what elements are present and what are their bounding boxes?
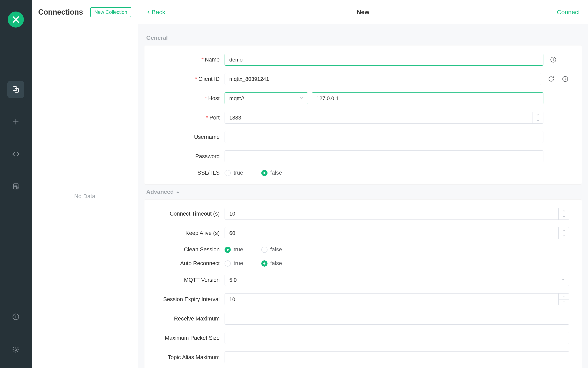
nav-script-icon[interactable] <box>7 146 24 163</box>
row-password: Password <box>157 150 569 162</box>
row-ssl: SSL/TLS true false <box>157 170 569 176</box>
row-username: Username <box>157 131 569 143</box>
row-session-expiry: Session Expiry Interval <box>157 293 569 305</box>
nav-settings-icon[interactable] <box>7 341 24 358</box>
receive-max-input[interactable] <box>225 313 569 325</box>
row-keep-alive: Keep Alive (s) <box>157 227 569 239</box>
label-clean-session: Clean Session <box>184 247 220 253</box>
advanced-card: Connect Timeout (s) Keep Alive (s) <box>144 199 582 368</box>
name-input[interactable] <box>225 54 544 66</box>
clean-session-radio-true[interactable]: true <box>225 247 243 253</box>
section-general-title: General <box>146 35 582 41</box>
info-icon[interactable] <box>549 55 557 64</box>
page-title: New <box>357 9 369 16</box>
mqtt-version-select[interactable] <box>225 274 569 286</box>
row-max-packet-size: Maximum Packet Size <box>157 332 569 344</box>
clean-session-radio-false[interactable]: false <box>261 247 282 253</box>
nav-connections-icon[interactable] <box>7 81 24 98</box>
auto-reconnect-radio-false[interactable]: false <box>261 260 282 267</box>
caret-up-icon <box>176 190 180 193</box>
port-input[interactable] <box>225 112 544 124</box>
label-ssl: SSL/TLS <box>197 170 220 176</box>
topic-alias-max-input[interactable] <box>225 351 569 363</box>
connections-sidebar: Connections New Collection No Data <box>32 0 138 368</box>
row-clean-session: Clean Session true false <box>157 247 569 253</box>
label-connect-timeout: Connect Timeout (s) <box>170 211 220 217</box>
password-input[interactable] <box>225 150 544 162</box>
keep-alive-input[interactable] <box>225 227 569 239</box>
host-input[interactable] <box>312 92 544 104</box>
general-card: *Name *Client ID <box>144 45 582 184</box>
session-expiry-up[interactable] <box>559 294 569 300</box>
username-input[interactable] <box>225 131 544 143</box>
label-keep-alive: Keep Alive (s) <box>185 230 220 236</box>
back-label: Back <box>152 9 165 16</box>
connect-timeout-input[interactable] <box>225 208 569 220</box>
keep-alive-down[interactable] <box>559 233 569 239</box>
label-max-packet: Maximum Packet Size <box>165 335 220 341</box>
ssl-radio-true[interactable]: true <box>225 170 243 176</box>
row-client-id: *Client ID <box>157 73 569 85</box>
row-connect-timeout: Connect Timeout (s) <box>157 208 569 220</box>
label-auto-reconnect: Auto Reconnect <box>180 260 220 266</box>
label-client-id: Client ID <box>198 76 220 82</box>
main-panel: Back New Connect General *Name *Client I… <box>138 0 588 368</box>
max-packet-input[interactable] <box>225 332 569 344</box>
nav-about-icon[interactable] <box>7 308 24 325</box>
topbar: Back New Connect <box>138 0 588 24</box>
history-icon[interactable] <box>561 75 569 83</box>
nav-log-icon[interactable] <box>7 178 24 195</box>
row-topic-alias-maximum: Topic Alias Maximum <box>157 351 569 363</box>
svg-point-5 <box>15 349 17 351</box>
protocol-select[interactable] <box>225 92 308 104</box>
label-username: Username <box>194 134 220 140</box>
client-id-input[interactable] <box>225 73 541 85</box>
auto-reconnect-radio-true[interactable]: true <box>225 260 243 267</box>
icon-rail <box>0 0 32 368</box>
refresh-icon[interactable] <box>547 75 555 83</box>
port-stepper-down[interactable] <box>533 118 543 124</box>
label-session-expiry: Session Expiry Interval <box>163 296 220 302</box>
row-name: *Name <box>157 54 569 66</box>
app-logo <box>8 11 24 28</box>
form-content: General *Name *Client ID <box>138 24 588 368</box>
sidebar-title: Connections <box>38 8 83 17</box>
sidebar-empty-state: No Data <box>32 24 138 368</box>
nav-new-icon[interactable] <box>7 113 24 130</box>
ssl-radio-false[interactable]: false <box>261 170 282 176</box>
new-collection-button[interactable]: New Collection <box>90 7 131 17</box>
row-auto-reconnect: Auto Reconnect true false <box>157 260 569 267</box>
label-topic-alias-max: Topic Alias Maximum <box>168 354 220 360</box>
sidebar-header: Connections New Collection <box>32 0 138 24</box>
connect-timeout-up[interactable] <box>559 208 569 214</box>
session-expiry-input[interactable] <box>225 293 569 305</box>
label-host: Host <box>208 95 220 101</box>
chevron-left-icon <box>146 10 151 14</box>
label-mqtt-version: MQTT Version <box>184 277 220 283</box>
row-host: *Host <box>157 92 569 104</box>
label-receive-max: Receive Maximum <box>174 315 220 322</box>
row-mqtt-version: MQTT Version <box>157 274 569 286</box>
connect-timeout-down[interactable] <box>559 214 569 220</box>
row-port: *Port <box>157 112 569 124</box>
label-name: Name <box>205 56 220 63</box>
port-stepper-up[interactable] <box>533 112 543 118</box>
row-receive-maximum: Receive Maximum <box>157 313 569 325</box>
keep-alive-up[interactable] <box>559 227 569 233</box>
label-password: Password <box>195 153 220 159</box>
connect-button[interactable]: Connect <box>557 9 580 16</box>
session-expiry-down[interactable] <box>559 300 569 305</box>
label-port: Port <box>209 115 220 121</box>
back-button[interactable]: Back <box>146 9 165 16</box>
section-advanced-title[interactable]: Advanced <box>146 189 582 195</box>
